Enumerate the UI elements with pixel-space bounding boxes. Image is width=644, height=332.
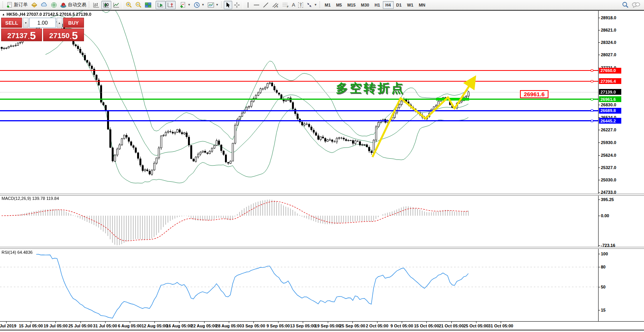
text-label-tool-button[interactable]: T xyxy=(297,1,305,9)
autotrading-icon xyxy=(60,2,67,8)
main-chart-canvas[interactable] xyxy=(0,11,598,194)
pane-separator[interactable] xyxy=(0,247,644,249)
trendline-tool-button[interactable] xyxy=(261,1,270,9)
chart-profiles-button[interactable] xyxy=(29,1,39,9)
chat-icon[interactable] xyxy=(632,2,640,8)
candlestick-chart-button[interactable] xyxy=(101,1,111,9)
main-toolbar: 新订单 自动交易 ▼ ▼ xyxy=(0,0,644,10)
signals-button[interactable] xyxy=(49,1,59,9)
arrows-tool-button[interactable]: ▼ xyxy=(305,1,319,9)
timeframe-button-m15[interactable]: M15 xyxy=(345,1,358,9)
date-label: 25 Sep 05:00 xyxy=(339,324,365,328)
new-order-button[interactable]: 新订单 xyxy=(5,1,29,9)
pane-separator[interactable] xyxy=(0,194,644,196)
date-label: 21 Oct 05:00 xyxy=(439,324,464,328)
hline-handle[interactable] xyxy=(591,69,593,72)
toolbar-grip[interactable] xyxy=(89,2,91,8)
horizontal-line-object[interactable] xyxy=(0,99,598,100)
zoom-in-icon xyxy=(126,2,132,8)
vertical-line-icon xyxy=(246,2,250,8)
horizontal-line-object[interactable] xyxy=(0,120,598,121)
volume-up-button[interactable]: ▲ xyxy=(57,18,62,28)
templates-button[interactable]: ▼ xyxy=(206,1,220,9)
horizontal-line-object[interactable] xyxy=(0,81,598,82)
price-callout-label[interactable]: 26961.6 xyxy=(520,90,548,98)
timeframe-button-m5[interactable]: M5 xyxy=(333,1,344,9)
price-tick-label: 28027.0 xyxy=(601,52,616,57)
channel-tool-button[interactable]: E xyxy=(270,1,280,9)
volume-input[interactable]: 1.00 xyxy=(29,18,55,28)
clock-icon xyxy=(194,2,200,8)
periods-button[interactable]: ▼ xyxy=(192,1,206,9)
horizontal-line-object[interactable] xyxy=(0,110,598,111)
tile-windows-button[interactable] xyxy=(143,1,153,9)
price-axis[interactable]: 28918.028621.028324.028027.027721.026830… xyxy=(598,11,644,321)
fibonacci-tool-button[interactable]: F xyxy=(280,1,290,9)
community-button[interactable] xyxy=(39,1,49,9)
timeframe-button-h4[interactable]: H4 xyxy=(383,1,394,9)
dropdown-caret-icon: ▼ xyxy=(201,3,205,7)
date-label: 2 Oct 05:00 xyxy=(366,324,389,328)
vertical-line-tool-button[interactable] xyxy=(244,1,252,9)
sell-price-dot: . xyxy=(28,34,30,40)
hline-handle[interactable] xyxy=(591,80,593,82)
date-label: 9 Oct 05:00 xyxy=(391,324,413,328)
fibonacci-icon: F xyxy=(282,2,289,8)
timeframe-button-m30[interactable]: M30 xyxy=(358,1,372,9)
bar-chart-icon xyxy=(93,2,100,8)
chart-shift-icon xyxy=(167,2,174,8)
timeframe-button-h1[interactable]: H1 xyxy=(372,1,382,9)
crosshair-tool-button[interactable] xyxy=(232,1,242,9)
date-label: 31 Jul 05:00 xyxy=(93,324,117,328)
price-tag: 26445.2 xyxy=(599,118,621,124)
highlight-bar-object[interactable] xyxy=(436,98,469,101)
toolbar-grip[interactable] xyxy=(221,2,223,8)
price-tick-label: 28324.0 xyxy=(601,40,616,45)
toolbar-grip[interactable] xyxy=(319,2,321,8)
indicators-button[interactable]: ▼ xyxy=(178,1,192,9)
auto-scroll-button[interactable] xyxy=(156,1,166,9)
signal-icon xyxy=(51,2,57,8)
zoom-in-button[interactable] xyxy=(124,1,134,9)
line-chart-button[interactable] xyxy=(111,1,121,9)
date-tick xyxy=(154,322,155,323)
toolbar-grip[interactable] xyxy=(2,2,4,8)
rsi-pane-canvas[interactable] xyxy=(0,249,598,321)
price-tag: 26689.8 xyxy=(599,108,621,114)
volume-down-button[interactable]: ▼ xyxy=(23,18,29,28)
date-tick xyxy=(501,322,501,323)
date-label: 13 Sep 05:00 xyxy=(290,324,316,328)
horizontal-line-icon xyxy=(253,2,260,8)
cursor-tool-button[interactable] xyxy=(224,1,232,9)
timeframe-group: M1M5M15M30H1H4D1W1MN xyxy=(322,1,428,9)
macd-pane-canvas[interactable] xyxy=(0,196,598,247)
bar-chart-button[interactable] xyxy=(91,1,101,9)
buy-price-display[interactable]: 27150 . 5 xyxy=(43,29,84,41)
buy-button[interactable]: BUY xyxy=(63,18,84,28)
macd-indicator-label: MACD(12,26,9) 139.78 119.84 xyxy=(2,196,59,201)
sell-price-display[interactable]: 27137 . 5 xyxy=(1,29,42,41)
hline-handle[interactable] xyxy=(591,109,593,112)
horizontal-line-tool-button[interactable] xyxy=(252,1,261,9)
timeframe-button-m1[interactable]: M1 xyxy=(322,1,333,9)
timeframe-button-w1[interactable]: W1 xyxy=(404,1,416,9)
window-bottom-border xyxy=(0,330,644,330)
time-axis[interactable]: 9 Jul 201915 Jul 05:0019 Jul 05:0025 Jul… xyxy=(0,321,644,330)
hline-handle[interactable] xyxy=(591,98,593,101)
autotrading-button[interactable]: 自动交易 xyxy=(59,1,88,9)
text-tool-button[interactable]: A xyxy=(290,1,297,9)
chart-annotation-text[interactable]: 多空转折点 xyxy=(336,80,405,96)
buy-price-big: 5 xyxy=(72,32,78,40)
chart-shift-button[interactable] xyxy=(166,1,176,9)
price-tag: 27650.0 xyxy=(599,68,621,74)
hline-handle[interactable] xyxy=(591,120,593,122)
sell-button[interactable]: SELL xyxy=(1,18,22,28)
horizontal-line-object[interactable] xyxy=(0,70,598,71)
zoom-out-button[interactable] xyxy=(134,1,143,9)
search-icon[interactable] xyxy=(622,2,629,8)
timeframe-button-mn[interactable]: MN xyxy=(416,1,428,9)
date-label: 3 Sep 05:00 xyxy=(242,324,265,328)
timeframe-button-d1[interactable]: D1 xyxy=(394,1,404,9)
date-label: 12 Aug 05:00 xyxy=(141,324,167,328)
toolbar-separator xyxy=(243,2,243,8)
